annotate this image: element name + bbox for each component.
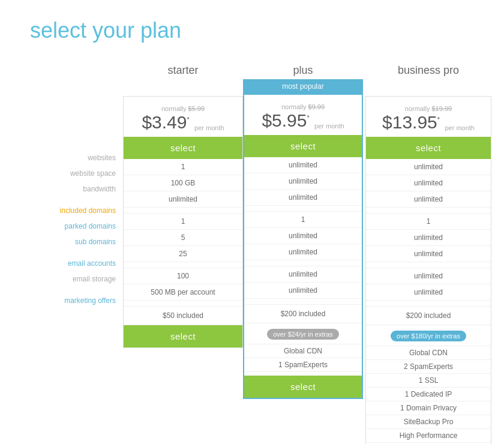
business-pro-price: $13.95* per month <box>372 112 485 132</box>
plus-select-top-button[interactable]: select <box>244 135 362 157</box>
business-pro-plan-title: business pro <box>398 64 459 77</box>
label-bandwidth: bandwidth <box>30 181 123 197</box>
plus-included-domains: 1 <box>244 212 362 228</box>
bp-extra-3: 1 SSL <box>366 374 491 388</box>
bp-extra-7: High Performance <box>366 429 491 443</box>
plus-sub-domains: unlimited <box>244 244 362 260</box>
bp-website-space: unlimited <box>366 175 491 191</box>
starter-select-top-button[interactable]: select <box>124 137 242 159</box>
plus-price-section: normally $9.99 $5.95* per month <box>244 95 362 135</box>
bp-extra-5: 1 Domain Privacy <box>366 401 491 415</box>
business-pro-price-section: normally $19.99 $13.95* per month <box>366 97 491 137</box>
starter-email-accounts: 100 <box>124 268 242 284</box>
business-pro-card: normally $19.99 $13.95* per month select… <box>365 96 491 444</box>
plus-website-space: unlimited <box>244 173 362 190</box>
starter-normally: normally $5.99 <box>130 105 236 112</box>
plus-normally: normally $9.99 <box>250 103 356 110</box>
bp-parked-domains: unlimited <box>366 230 491 246</box>
plus-bandwidth: unlimited <box>244 190 362 206</box>
bp-email-storage: unlimited <box>366 284 491 301</box>
plus-marketing: $200 included <box>244 305 362 323</box>
bp-websites: unlimited <box>366 159 491 175</box>
bp-marketing: $200 included <box>366 307 491 325</box>
starter-sub-domains: 25 <box>124 246 242 262</box>
plus-extras-badge-wrapper: over $24/yr in extras <box>244 323 362 344</box>
label-email-storage: email storage <box>30 271 123 287</box>
plus-websites: unlimited <box>244 157 362 173</box>
bp-email-accounts: unlimited <box>366 268 491 284</box>
starter-select-bottom-button[interactable]: select <box>124 325 242 347</box>
plus-extras-badge: over $24/yr in extras <box>267 329 339 340</box>
bp-extra-2: 2 SpamExperts <box>366 360 491 374</box>
page-title: select your plan <box>30 18 480 43</box>
plus-select-bottom-button[interactable]: select <box>244 376 362 398</box>
starter-marketing: $50 included <box>124 307 242 325</box>
plans-container: websites website space bandwidth include… <box>24 61 480 444</box>
plus-plan-title: plus <box>293 64 313 77</box>
bp-bandwidth: unlimited <box>366 191 491 208</box>
plus-price: $5.95* per month <box>250 110 356 130</box>
plus-card: normally $9.99 $5.95* per month select u… <box>243 94 363 399</box>
label-websites: websites <box>30 150 123 166</box>
starter-bandwidth: unlimited <box>124 191 242 208</box>
starter-parked-domains: 5 <box>124 230 242 246</box>
bp-extra-6: SiteBackup Pro <box>366 415 491 429</box>
starter-email-storage: 500 MB per account <box>124 284 242 301</box>
bp-included-domains: 1 <box>366 214 491 230</box>
bp-extra-1: Global CDN <box>366 346 491 360</box>
label-marketing-offers[interactable]: marketing offers <box>30 293 123 308</box>
plus-extra-1: Global CDN <box>244 344 362 358</box>
bp-sub-domains: unlimited <box>366 246 491 262</box>
starter-website-space: 100 GB <box>124 175 242 191</box>
bp-extras-badge-wrapper: over $180/yr in extras <box>366 325 491 346</box>
label-included-domains[interactable]: included domains <box>30 203 123 218</box>
starter-websites: 1 <box>124 159 242 175</box>
starter-plan-title: starter <box>167 64 198 77</box>
plan-plus: plus most popular normally $9.99 $5.95* … <box>243 61 363 399</box>
plus-parked-domains: unlimited <box>244 228 362 244</box>
business-pro-select-top-button[interactable]: select <box>366 137 491 159</box>
label-parked-domains[interactable]: parked domains <box>30 218 123 234</box>
starter-price-section: normally $5.99 $3.49* per month <box>124 97 242 137</box>
starter-card: normally $5.99 $3.49* per month select 1… <box>123 96 243 348</box>
plan-starter: starter normally $5.99 $3.49* per month … <box>123 61 243 348</box>
plus-badge: most popular <box>243 79 363 94</box>
plan-business-pro: business pro normally $19.99 $13.95* per… <box>365 61 491 444</box>
starter-price: $3.49* per month <box>130 112 236 132</box>
label-email-accounts[interactable]: email accounts <box>30 256 123 271</box>
bp-extras-badge: over $180/yr in extras <box>391 331 466 341</box>
starter-included-domains: 1 <box>124 214 242 230</box>
label-sub-domains[interactable]: sub domains <box>30 234 123 250</box>
label-website-space: website space <box>30 166 123 181</box>
plus-email-accounts: unlimited <box>244 266 362 283</box>
label-column: websites website space bandwidth include… <box>30 61 123 308</box>
bp-extra-4: 1 Dedicated IP <box>366 388 491 401</box>
plus-email-storage: unlimited <box>244 283 362 299</box>
business-pro-normally: normally $19.99 <box>372 105 485 112</box>
plus-extra-2: 1 SpamExperts <box>244 358 362 372</box>
